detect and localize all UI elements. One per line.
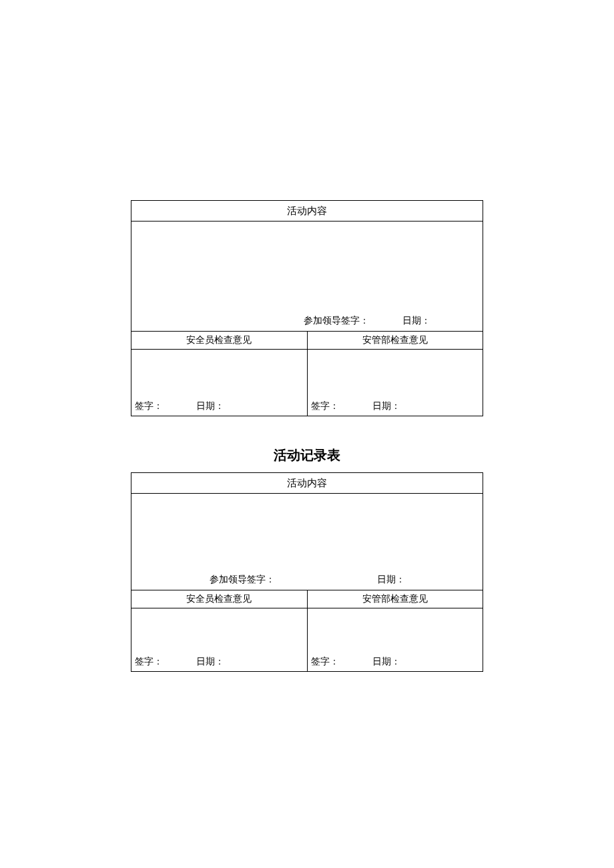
activity-form-table-2: 活动内容 参加领导签字： 日期： 安全员检查意见 安管部检查意见 签字： 日期： [131,472,483,672]
dept-sign-label: 签字： [311,400,339,412]
form-title: 活动记录表 [274,446,340,464]
leader-signature-line: 参加领导签字： 日期： [131,315,483,327]
safety-officer-opinion-body: 签字： 日期： [131,350,308,416]
leader-sign-label: 参加领导签字： [304,315,369,327]
officer-sign-label: 签字： [135,400,163,412]
activity-content-header-2: 活动内容 [131,473,483,494]
document-page: 活动内容 参加领导签字： 日期： 安全员检查意见 安管部检查意见 签字： 日期： [0,0,614,672]
dept-signature-line-2: 签字： 日期： [311,656,487,668]
officer-date-label-2: 日期： [196,656,224,668]
safety-officer-opinion-header: 安全员检查意见 [131,332,308,350]
leader-date-label-2: 日期： [377,574,405,586]
leader-date-label: 日期： [402,315,430,327]
leader-signature-line-2: 参加领导签字： 日期： [131,574,483,586]
activity-content-body-2: 参加领导签字： 日期： [131,494,483,590]
dept-sign-label-2: 签字： [311,656,339,668]
safety-dept-opinion-header: 安管部检查意见 [307,332,483,350]
activity-content-body: 参加领导签字： 日期： [131,222,483,332]
safety-dept-opinion-body: 签字： 日期： [307,350,483,416]
safety-dept-opinion-body-2: 签字： 日期： [307,608,483,672]
leader-sign-label-2: 参加领导签字： [210,574,275,586]
officer-date-label: 日期： [196,400,224,412]
safety-dept-opinion-header-2: 安管部检查意见 [307,590,483,608]
activity-content-header: 活动内容 [131,201,483,222]
dept-signature-line: 签字： 日期： [311,400,487,412]
officer-signature-line: 签字： 日期： [135,400,310,412]
safety-officer-opinion-header-2: 安全员检查意见 [131,590,308,608]
officer-signature-line-2: 签字： 日期： [135,656,310,668]
activity-form-table-1: 活动内容 参加领导签字： 日期： 安全员检查意见 安管部检查意见 签字： 日期： [131,200,483,416]
safety-officer-opinion-body-2: 签字： 日期： [131,608,308,672]
dept-date-label-2: 日期： [372,656,400,668]
officer-sign-label-2: 签字： [135,656,163,668]
dept-date-label: 日期： [372,400,400,412]
